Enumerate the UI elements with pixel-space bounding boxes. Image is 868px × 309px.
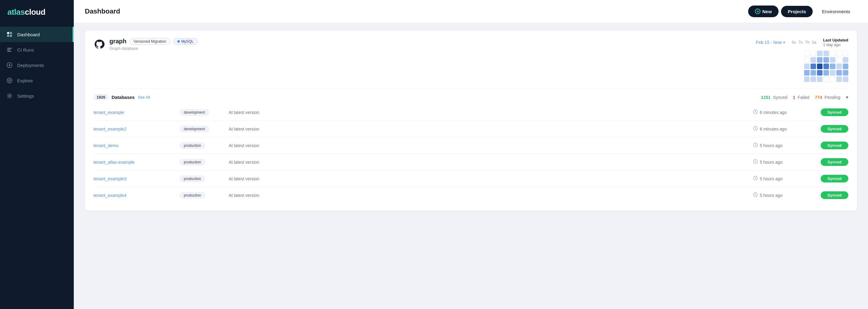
table-row: tenant_example3 production At latest ver… — [93, 170, 848, 187]
projects-tab-button[interactable]: Projects — [781, 6, 813, 17]
activity-cell-0-2 — [804, 64, 810, 69]
db-name-link[interactable]: tenant_demo — [93, 143, 180, 148]
activity-cell-6-4 — [843, 76, 848, 82]
activity-col-4 — [830, 51, 835, 82]
project-subtitle: Graph database — [110, 46, 198, 51]
db-version-status: At latest version — [229, 160, 753, 165]
day-labels: Su Tu Th Sa — [791, 40, 817, 44]
pending-label: Pending — [825, 95, 840, 100]
logo-text: atlascloud — [7, 7, 45, 16]
clock-icon — [753, 159, 758, 165]
main-content: Dashboard + New Projects Environments — [74, 0, 868, 309]
db-name-link[interactable]: tenant_atlas-example — [93, 160, 180, 165]
db-env: development — [180, 109, 229, 116]
activity-cell-4-1 — [830, 57, 835, 63]
activity-cell-0-4 — [804, 76, 810, 82]
databases-title: Databases — [112, 95, 135, 100]
dashboard-icon — [6, 31, 13, 38]
logo: atlascloud — [0, 0, 74, 27]
synced-count: 1151 — [761, 95, 771, 100]
svg-point-12 — [7, 78, 12, 83]
activity-cell-3-2 — [824, 64, 829, 69]
sidebar-item-dashboard[interactable]: Dashboard — [0, 27, 74, 42]
activity-cell-1-0 — [810, 51, 816, 56]
activity-cell-4-3 — [830, 70, 835, 75]
sidebar-item-label: Dashboard — [17, 32, 40, 37]
table-row: tenant_demo production At latest version… — [93, 137, 848, 154]
sidebar-item-ci-runs[interactable]: CI Runs — [0, 42, 74, 58]
activity-cell-2-2 — [817, 64, 823, 69]
svg-point-7 — [8, 48, 9, 49]
project-name: graph — [110, 38, 127, 45]
db-time: 5 hours ago — [753, 176, 821, 182]
db-version-status: At latest version — [229, 110, 753, 115]
db-name-link[interactable]: tenant_example4 — [93, 193, 180, 198]
date-range-selector: Feb 15 - Now ▾ Su Tu Th Sa Last Updated … — [756, 38, 848, 47]
databases-right: 1151 Synced 1 Failed 774 Pending ▾ — [761, 94, 848, 100]
activity-cell-2-1 — [817, 57, 823, 63]
date-range-label: Feb 15 - Now — [756, 40, 782, 45]
clock-icon — [753, 192, 758, 198]
table-row: tenant_example2 development At latest ve… — [93, 121, 848, 137]
sync-status-badge: Synced — [821, 125, 848, 133]
databases-header: 1926 Databases See All 1151 Synced 1 Fai… — [93, 88, 848, 104]
activity-cell-4-0 — [830, 51, 835, 56]
header-actions: + New Projects Environments — [748, 5, 857, 17]
ci-runs-icon — [6, 46, 13, 53]
github-icon — [93, 38, 105, 50]
activity-grid — [804, 51, 848, 82]
pending-count: 774 — [815, 95, 822, 100]
environments-tab-button[interactable]: Environments — [815, 6, 857, 17]
project-name-row: graph Versioned Migration MySQL — [110, 38, 198, 45]
db-time: 6 minutes ago — [753, 126, 821, 132]
svg-point-9 — [8, 51, 9, 52]
activity-cell-5-2 — [836, 64, 842, 69]
activity-cell-2-4 — [817, 76, 823, 82]
expand-icon[interactable]: ▾ — [846, 94, 848, 100]
env-badge: production — [180, 142, 205, 149]
activity-cell-2-3 — [817, 70, 823, 75]
db-version-status: At latest version — [229, 127, 753, 132]
mysql-dot — [177, 40, 180, 43]
failed-label: Failed — [798, 95, 809, 100]
svg-rect-1 — [10, 32, 12, 34]
activity-col-3 — [824, 51, 829, 82]
sidebar-item-settings[interactable]: Settings — [0, 88, 74, 104]
day-sa: Sa — [811, 40, 817, 44]
activity-cell-6-1 — [843, 57, 848, 63]
day-tu: Tu — [798, 40, 803, 44]
activity-cell-6-2 — [843, 64, 848, 69]
top-header: Dashboard + New Projects Environments — [74, 0, 868, 23]
activity-cell-0-1 — [804, 57, 810, 63]
activity-cell-1-1 — [810, 57, 816, 63]
failed-count: 1 — [793, 95, 796, 100]
sidebar-item-deployments[interactable]: Deployments — [0, 58, 74, 73]
sidebar-item-label: Explore — [17, 78, 33, 83]
last-updated-label: Last Updated — [823, 38, 848, 42]
sync-status-badge: Synced — [821, 192, 848, 199]
date-range-button[interactable]: Feb 15 - Now ▾ — [756, 40, 785, 45]
failed-stat: 1 Failed — [793, 95, 810, 100]
see-all-link[interactable]: See All — [138, 95, 150, 100]
db-name-link[interactable]: tenant_example3 — [93, 176, 180, 181]
db-name-link[interactable]: tenant_example — [93, 110, 180, 115]
synced-label: Synced — [773, 95, 787, 100]
db-time: 6 minutes ago — [753, 109, 821, 115]
db-time: 5 hours ago — [753, 142, 821, 149]
day-su: Su — [791, 40, 797, 44]
sync-status-badge: Synced — [821, 108, 848, 116]
sidebar-item-explore[interactable]: Explore — [0, 73, 74, 88]
activity-cell-6-0 — [843, 51, 848, 56]
db-env: production — [180, 142, 229, 149]
svg-point-14 — [9, 95, 10, 97]
svg-point-8 — [8, 49, 9, 50]
env-badge: development — [180, 126, 209, 132]
activity-col-5 — [836, 51, 842, 82]
svg-rect-0 — [7, 32, 9, 34]
content-area: graph Versioned Migration MySQL Graph da… — [74, 23, 868, 309]
activity-cell-0-0 — [804, 51, 810, 56]
activity-cell-2-0 — [817, 51, 823, 56]
new-button[interactable]: + New — [748, 5, 779, 17]
pending-stat: 774 Pending — [815, 95, 840, 100]
db-name-link[interactable]: tenant_example2 — [93, 127, 180, 132]
